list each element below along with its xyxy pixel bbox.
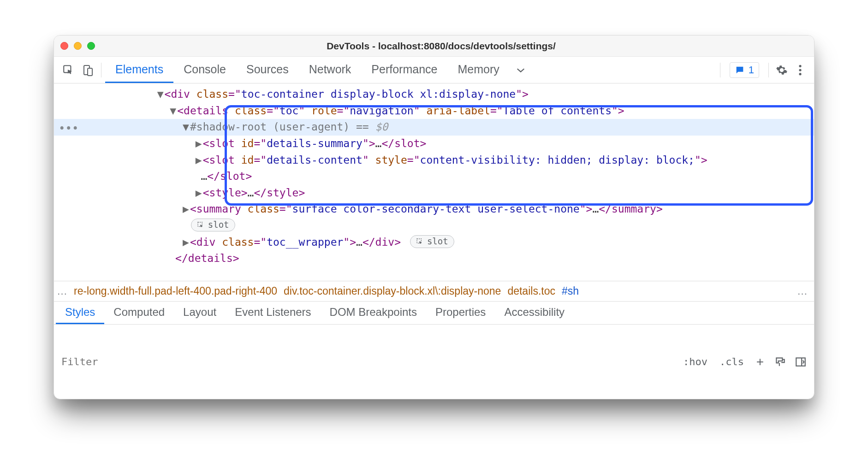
reveal-slot-pill[interactable]: slot [410,235,454,248]
tab-performance[interactable]: Performance [361,57,447,83]
dom-line[interactable]: ▶<slot id="details-summary">…</slot> [54,136,814,152]
subtab-properties[interactable]: Properties [426,302,495,324]
dom-line[interactable]: …</slot> [54,168,814,185]
subtab-event-listeners[interactable]: Event Listeners [226,302,320,324]
toggle-cls-button[interactable]: .cls [716,356,748,367]
settings-icon[interactable] [773,64,791,76]
dom-tree[interactable]: ••• ▼<div class="toc-container display-b… [54,83,814,281]
more-tabs-icon[interactable] [510,57,532,83]
issues-button[interactable]: 1 [730,62,759,78]
styles-subtabs: Styles Computed Layout Event Listeners D… [54,301,814,324]
dom-line[interactable]: ▶<slot id="details-content" style="conte… [54,152,814,169]
subtab-accessibility[interactable]: Accessibility [495,302,574,324]
crumb-ellipsis-right[interactable]: … [797,285,811,297]
subtab-computed[interactable]: Computed [104,302,174,324]
inspect-element-icon[interactable] [59,60,78,80]
expand-toggle-icon[interactable]: ▶ [195,136,203,152]
svg-point-5 [799,73,801,75]
tab-memory[interactable]: Memory [447,57,509,83]
selected-row-gutter-icon: ••• [59,123,78,134]
computed-sidebar-toggle-icon[interactable] [793,356,809,368]
device-toolbar-icon[interactable] [78,60,97,80]
tab-sources[interactable]: Sources [236,57,299,83]
tab-network[interactable]: Network [299,57,362,83]
close-window-button[interactable] [60,42,68,50]
toggle-hov-button[interactable]: :hov [679,356,711,367]
dom-line[interactable]: ▶<div class="toc__wrapper">…</div> slot [54,234,814,251]
expand-toggle-icon[interactable]: ▼ [156,86,165,103]
crumb[interactable]: div.toc-container.display-block.xl\:disp… [284,285,501,297]
toolbar-right: 1 [716,62,809,78]
pill-label: slot [208,218,229,231]
window-titlebar: DevTools - localhost:8080/docs/devtools/… [54,36,814,57]
toolbar-separator [720,63,720,77]
subtab-styles[interactable]: Styles [56,302,104,324]
issues-count: 1 [749,64,754,76]
svg-point-3 [799,65,801,67]
dom-line[interactable]: slot [54,218,814,234]
crumb[interactable]: details.toc [507,285,555,297]
expand-toggle-icon[interactable]: ▼ [169,103,177,119]
main-toolbar: Elements Console Sources Network Perform… [54,57,814,83]
styles-filter-input[interactable] [59,352,675,371]
dom-line-selected[interactable]: ▼#shadow-root (user-agent) == $0 [54,119,814,136]
expand-toggle-icon[interactable]: ▶ [195,185,203,201]
expand-toggle-icon[interactable]: ▼ [182,119,190,136]
window-title: DevTools - localhost:8080/docs/devtools/… [75,41,808,52]
crumb-ellipsis-left[interactable]: … [57,285,67,297]
svg-point-4 [799,69,801,71]
tab-elements[interactable]: Elements [105,57,173,83]
crumb[interactable]: re-long.width-full.pad-left-400.pad-righ… [74,285,277,297]
dom-line[interactable]: </details> [54,250,814,267]
subtab-dom-breakpoints[interactable]: DOM Breakpoints [321,302,426,324]
dom-line[interactable]: ▼<div class="toc-container display-block… [54,86,814,103]
expand-toggle-icon[interactable]: ▶ [182,201,190,218]
subtab-layout[interactable]: Layout [174,302,226,324]
dom-line[interactable]: ▼<details class="toc" role="navigation" … [54,103,814,119]
more-options-icon[interactable] [791,64,809,76]
dom-line[interactable]: ▶<summary class="surface color-secondary… [54,201,814,218]
expand-toggle-icon[interactable]: ▶ [182,234,190,251]
panel-tabs: Elements Console Sources Network Perform… [105,57,716,83]
paint-brush-icon[interactable] [773,356,788,368]
devtools-window: DevTools - localhost:8080/docs/devtools/… [54,35,814,399]
styles-filter-row: :hov .cls + [54,324,814,399]
toolbar-separator [101,63,101,77]
tab-console[interactable]: Console [173,57,236,83]
toolbar-separator [768,63,769,77]
dom-line[interactable]: ▶<style>…</style> [54,185,814,201]
svg-rect-2 [88,68,92,76]
expand-toggle-icon[interactable]: ▶ [195,152,203,169]
new-style-rule-icon[interactable]: + [752,355,768,368]
reveal-slot-pill[interactable]: slot [191,219,235,231]
crumb-active[interactable]: #sh [562,285,579,297]
dom-breadcrumbs[interactable]: … re-long.width-full.pad-left-400.pad-ri… [54,281,814,301]
pill-label: slot [427,235,448,248]
